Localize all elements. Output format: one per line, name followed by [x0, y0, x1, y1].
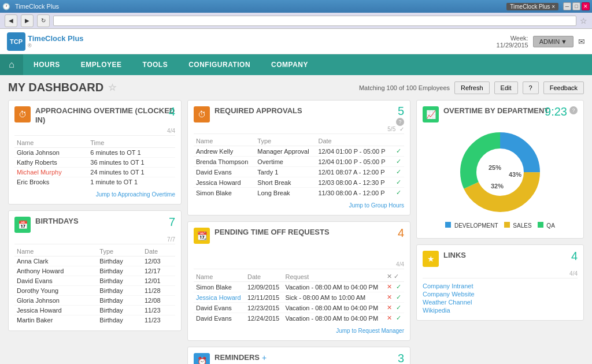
favorite-icon[interactable]: ☆ — [108, 82, 116, 93]
admin-button[interactable]: ADMIN ▼ — [533, 36, 574, 47]
legend-sales: SALES — [504, 222, 532, 229]
bd-type: Birthday — [97, 257, 142, 266]
link-item[interactable]: Wikipedia — [423, 306, 578, 314]
legend-dot-qa — [538, 222, 543, 228]
bd-name: Anna Clark — [14, 257, 97, 266]
ap-check[interactable]: ✓ — [394, 177, 404, 188]
ap-check[interactable]: ✓ — [394, 188, 404, 198]
week-date: 11/29/2015 — [497, 42, 528, 49]
legend-label-dev: DEVELOPMENT — [454, 222, 498, 229]
to-check-icon[interactable]: ✓ — [396, 294, 401, 300]
bd-name: Jessica Howard — [14, 306, 97, 315]
bookmark-icon[interactable]: ☆ — [580, 16, 587, 25]
approaching-ot-header: ⏱ APPROACHING OVERTIME (CLOCKED IN) — [14, 106, 175, 124]
dashboard-col-1: ⏱ APPROACHING OVERTIME (CLOCKED IN) 4 4/… — [8, 100, 182, 364]
ot-dept-time: 9:23 — [545, 105, 567, 118]
logo-name: TimeClock Plus — [28, 34, 84, 43]
nav-company[interactable]: COMPANY — [261, 54, 319, 75]
reminders-add-icon[interactable]: + — [262, 353, 267, 362]
to-x-icon[interactable]: ✕ — [387, 294, 392, 300]
nav-hours[interactable]: HOURS — [23, 54, 71, 75]
forward-button[interactable]: ▶ — [21, 14, 34, 27]
birthday-row: Martin Baker Birthday 11/23 — [14, 315, 175, 325]
address-input[interactable] — [53, 16, 576, 26]
tab-label[interactable]: TimeClock Plus × — [506, 3, 558, 10]
to-x-icon[interactable]: ✕ — [387, 283, 392, 290]
link-item[interactable]: Company Website — [423, 290, 578, 298]
ap-type: Manager Approval — [255, 146, 316, 157]
ap-check[interactable]: ✓ — [394, 157, 404, 167]
link-item[interactable]: Company Intranet — [423, 282, 578, 290]
approval-row: David Evans Tardy 1 12/01 08:07 A - 12:0… — [194, 167, 404, 177]
timeoff-table: Name Date Request ✕ ✓ Simon Blake 12/09/… — [194, 272, 404, 323]
ap-col-type: Type — [255, 136, 316, 146]
refresh-nav-button[interactable]: ↻ — [37, 14, 50, 27]
timeoff-link-row: Jump to Request Manager — [194, 326, 404, 335]
approaching-ot-link[interactable]: Jump to Approaching Overtime — [96, 191, 175, 198]
reminders-count: 3 — [398, 352, 404, 364]
approval-row: Simon Blake Long Break 11/30 08:00 A - 1… — [194, 188, 404, 198]
approval-row: Jessica Howard Short Break 12/03 08:00 A… — [194, 177, 404, 188]
links-sub: 4/4 — [423, 270, 578, 278]
to-check-icon[interactable]: ✓ — [396, 304, 401, 311]
reminders-title: REMINDERS — [214, 353, 260, 362]
refresh-button[interactable]: Refresh — [454, 81, 490, 94]
address-bar: ◀ ▶ ↻ ☆ — [0, 13, 592, 29]
to-date: 12/11/2015 — [245, 292, 283, 303]
maximize-button[interactable]: □ — [572, 2, 580, 10]
reminders-header: ⏰ REMINDERS + — [194, 353, 404, 364]
ap-name: Brenda Thompson — [194, 157, 255, 167]
to-x-icon[interactable]: ✕ — [387, 304, 392, 311]
bd-date: 11/28 — [142, 286, 175, 296]
link-item[interactable]: Weather Channel — [423, 298, 578, 306]
bd-name: David Evans — [14, 276, 97, 286]
links-card: ★ LINKS 4 4/4 Company IntranetCompany We… — [416, 244, 584, 321]
back-button[interactable]: ◀ — [5, 14, 17, 27]
to-check-icon[interactable]: ✓ — [396, 314, 401, 321]
to-name: Jessica Howard — [194, 292, 245, 303]
birthdays-title: BIRTHDAYS — [35, 217, 175, 226]
bd-type: Birthday — [97, 266, 142, 276]
dashboard-col-3: 📈 OVERTIME BY DEPARTMENT 9:23 ? — [416, 100, 584, 364]
to-actions: ✕ ✓ — [384, 303, 404, 313]
timeoff-link[interactable]: Jump to Request Manager — [336, 328, 404, 334]
links-icon: ★ — [423, 251, 439, 267]
ap-date: 12/04 01:00 P - 05:00 P — [316, 157, 394, 167]
ot-name: Eric Brooks — [14, 177, 88, 187]
mail-icon[interactable]: ✉ — [578, 37, 585, 46]
ap-check[interactable]: ✓ — [394, 146, 404, 157]
nav-configuration[interactable]: CONFIGURATION — [178, 54, 261, 75]
to-col-actions: ✕ ✓ — [384, 272, 404, 282]
admin-label: ADMIN — [539, 38, 560, 45]
to-date: 12/09/2015 — [245, 282, 283, 292]
birthday-row: Gloria Johnson Birthday 12/08 — [14, 296, 175, 306]
approvals-link[interactable]: Jump to Group Hours — [349, 202, 404, 209]
logo-text-block: TimeClock Plus ® — [28, 34, 84, 49]
approvals-help-icon[interactable]: ? — [396, 118, 404, 126]
feedback-button[interactable]: Feedback — [543, 81, 584, 94]
approvals-header: ⏱ REQUIRED APPROVALS — [194, 106, 404, 122]
edit-button[interactable]: Edit — [494, 81, 518, 94]
timeoff-title: PENDING TIME OFF REQUESTS — [214, 228, 404, 237]
ap-type: Tardy 1 — [255, 167, 316, 177]
nav-tools[interactable]: TOOLS — [132, 54, 179, 75]
app-favicon: 🕐 — [2, 3, 10, 10]
timeoff-row: David Evans 12/23/2015 Vacation - 08:00 … — [194, 303, 404, 313]
legend-development: DEVELOPMENT — [445, 222, 498, 229]
ap-col-name: Name — [194, 136, 255, 146]
to-x-icon[interactable]: ✕ — [387, 314, 392, 321]
to-name: David Evans — [194, 303, 245, 313]
ap-check[interactable]: ✓ — [394, 167, 404, 177]
ot-row: Gloria Johnson 6 minutes to OT 1 — [14, 148, 175, 158]
home-nav-button[interactable]: ⌂ — [0, 54, 23, 75]
approvals-icon: ⏱ — [194, 106, 210, 122]
bd-type: Birthday — [97, 286, 142, 296]
bd-name: Dorothy Young — [14, 286, 97, 296]
help-button[interactable]: ? — [523, 81, 539, 94]
nav-employee[interactable]: EMPLOYEE — [71, 54, 132, 75]
minimize-button[interactable]: ─ — [563, 2, 571, 10]
approvals-sub: 5/5 ✓ — [194, 126, 404, 134]
close-button[interactable]: ✕ — [582, 2, 590, 10]
ot-dept-help-icon[interactable]: ? — [569, 106, 578, 114]
to-check-icon[interactable]: ✓ — [396, 283, 401, 290]
